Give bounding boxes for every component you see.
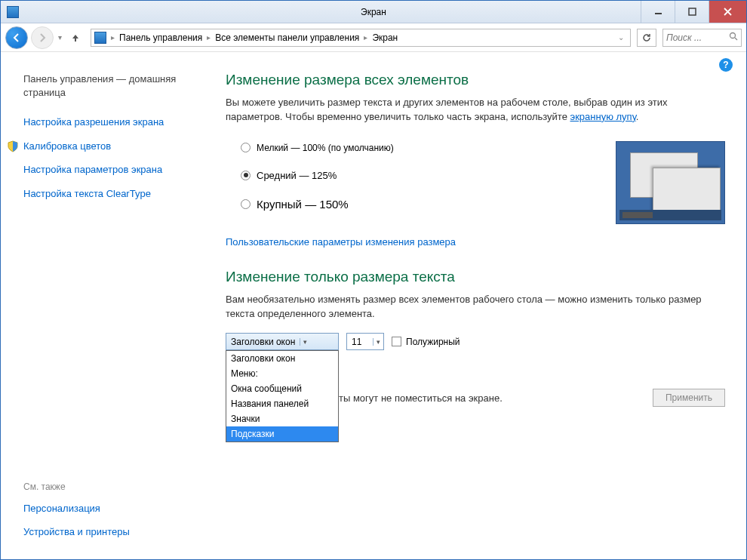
radio-medium[interactable]: Средний — 125%	[241, 170, 586, 181]
checkbox-icon	[392, 337, 401, 346]
minimize-button[interactable]	[641, 1, 675, 23]
help-icon[interactable]: ?	[719, 58, 733, 72]
maximize-button[interactable]	[675, 1, 709, 23]
combo-value: Заголовки окон	[231, 337, 295, 347]
shield-icon	[7, 140, 19, 156]
radio-label: Средний — 125%	[257, 170, 337, 181]
sidebar-link-label: Калибровка цветов	[23, 140, 111, 152]
chevron-down-icon: ▾	[300, 338, 307, 346]
svg-point-4	[730, 33, 736, 38]
search-box[interactable]	[662, 29, 742, 47]
title-bar: Экран	[1, 1, 746, 23]
checkbox-label: Полужирный	[406, 337, 460, 347]
window-title: Экран	[361, 7, 386, 17]
radio-icon	[241, 143, 251, 152]
refresh-button[interactable]	[637, 29, 656, 47]
sidebar-link-resolution[interactable]: Настройка разрешения экрана	[23, 110, 189, 134]
element-combo[interactable]: Заголовки окон ▾ Заголовки оконМеню:Окна…	[226, 333, 339, 350]
desc-text-only: Вам необязательно изменять размер всех э…	[226, 293, 725, 322]
dropdown-item[interactable]: Названия панелей	[226, 396, 338, 411]
breadcrumb-arrow-icon[interactable]: ▸	[362, 33, 369, 42]
dropdown-item[interactable]: Заголовки окон	[226, 351, 338, 366]
svg-line-5	[735, 38, 737, 40]
radio-icon	[241, 171, 251, 180]
search-icon	[729, 32, 738, 43]
svg-rect-1	[689, 8, 696, 15]
window-icon	[7, 6, 19, 18]
sidebar-link-calibration[interactable]: Калибровка цветов	[23, 134, 189, 158]
bold-checkbox-row[interactable]: Полужирный	[392, 337, 460, 347]
heading-text-only: Изменение только размера текста	[226, 269, 725, 285]
custom-size-link[interactable]: Пользовательские параметры изменения раз…	[226, 236, 725, 248]
address-bar[interactable]: ▸ Панель управления ▸ Все элементы панел…	[91, 29, 631, 47]
breadcrumb-arrow-icon[interactable]: ▸	[205, 33, 212, 42]
window-controls	[641, 1, 746, 23]
radio-icon	[241, 199, 251, 209]
fontsize-combo[interactable]: 11 ▾	[346, 333, 384, 350]
desc-text: .	[636, 111, 639, 122]
desc-resize-all: Вы можете увеличить размер текста и друг…	[226, 96, 725, 125]
dropdown-item[interactable]: Значки	[226, 411, 338, 426]
breadcrumb-arrow-icon[interactable]: ▸	[109, 33, 116, 42]
combo-value: 11	[352, 337, 361, 347]
nav-forward-button[interactable]	[31, 26, 54, 49]
main-content: ? Изменение размера всех элементов Вы мо…	[204, 52, 746, 559]
dropdown-item[interactable]: Окна сообщений	[226, 381, 338, 396]
breadcrumb-segment[interactable]: Панель управления	[116, 32, 205, 43]
sidebar-footer: См. также Персонализация Устройства и пр…	[23, 477, 189, 544]
chevron-down-icon: ▾	[373, 338, 380, 346]
preview-image	[616, 141, 725, 224]
magnifier-link[interactable]: экранную лупу	[570, 111, 636, 122]
apply-button[interactable]: Применить	[653, 389, 725, 407]
nav-up-button[interactable]	[66, 29, 85, 47]
breadcrumb-segment[interactable]: Экран	[369, 32, 401, 43]
nav-history-chevron-icon[interactable]: ▾	[58, 33, 62, 42]
sidebar-footer-link[interactable]: Устройства и принтеры	[23, 520, 189, 544]
radio-label: Мелкий — 100% (по умолчанию)	[257, 143, 394, 153]
address-icon	[94, 32, 106, 44]
sidebar: Панель управления — домашняя страница На…	[1, 52, 204, 559]
sidebar-footer-title: См. также	[23, 477, 189, 497]
sidebar-link-params[interactable]: Настройка параметров экрана	[23, 158, 189, 182]
nav-back-button[interactable]	[5, 26, 28, 49]
sidebar-footer-link[interactable]: Персонализация	[23, 497, 189, 521]
search-input[interactable]	[666, 32, 729, 43]
nav-bar: ▾ ▸ Панель управления ▸ Все элементы пан…	[1, 23, 746, 52]
close-button[interactable]	[709, 1, 746, 23]
sidebar-home-link[interactable]: Панель управления — домашняя страница	[23, 67, 189, 104]
sidebar-link-cleartype[interactable]: Настройка текста ClearType	[23, 182, 189, 206]
element-dropdown: Заголовки оконМеню:Окна сообщенийНазвани…	[226, 350, 339, 442]
breadcrumb-segment[interactable]: Все элементы панели управления	[212, 32, 362, 43]
dropdown-item[interactable]: Меню:	[226, 366, 338, 381]
size-options: Мелкий — 100% (по умолчанию) Средний — 1…	[226, 135, 586, 227]
address-dropdown-icon[interactable]: ⌄	[615, 33, 627, 42]
heading-resize-all: Изменение размера всех элементов	[226, 72, 725, 88]
radio-large[interactable]: Крупный — 150%	[241, 198, 586, 211]
dropdown-item[interactable]: Подсказки	[226, 426, 338, 442]
radio-label: Крупный — 150%	[257, 198, 349, 211]
radio-small[interactable]: Мелкий — 100% (по умолчанию)	[241, 143, 586, 153]
